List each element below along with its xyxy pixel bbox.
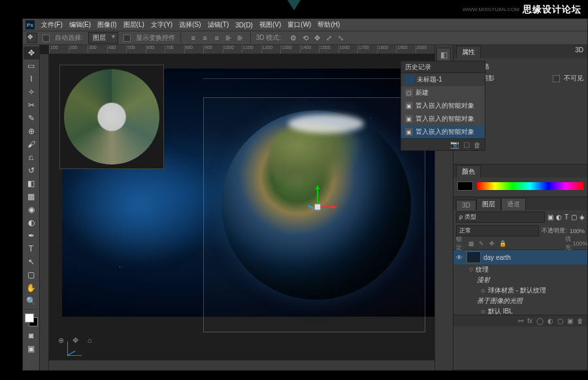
zoom-tool[interactable]: 🔍 (24, 294, 39, 308)
secondary-view[interactable] (59, 65, 164, 169)
heal-tool[interactable]: ⊕ (24, 125, 39, 138)
menu-filter[interactable]: 滤镜(T) (205, 20, 232, 30)
trash-icon[interactable]: 🗑 (577, 317, 583, 325)
show-transform-checkbox[interactable] (123, 35, 131, 42)
align-icon[interactable]: ⊪ (236, 33, 245, 42)
lock-trans-icon[interactable]: ▩ (466, 239, 476, 248)
menu-help[interactable]: 帮助(H) (315, 20, 342, 30)
ground-orbit-icon[interactable]: ⊕ (56, 335, 66, 345)
ground-home-icon[interactable]: ⌂ (84, 335, 95, 345)
scale-icon[interactable]: ⤡ (336, 33, 345, 42)
dodge-tool[interactable]: ◐ (24, 216, 39, 229)
brush-tool[interactable]: 🖌 (24, 138, 39, 151)
twirl-icon[interactable]: ▽ (469, 267, 473, 273)
visibility-icon[interactable]: 👁 (456, 254, 464, 261)
lock-pixel-icon[interactable]: ✎ (477, 239, 486, 248)
opacity-value[interactable]: 100% (570, 228, 585, 234)
filter-pixel-icon[interactable]: ▣ (547, 214, 553, 221)
color-swatches[interactable] (25, 313, 38, 326)
history-item[interactable]: ▢新建 (401, 86, 485, 99)
new-layer-icon[interactable]: ▣ (567, 317, 573, 325)
fg-color[interactable] (25, 313, 34, 323)
rotate-icon[interactable]: ⟲ (301, 33, 310, 42)
menu-type[interactable]: 文字(Y) (148, 20, 175, 30)
marquee-tool[interactable]: ▭ (24, 59, 39, 72)
menu-edit[interactable]: 编辑(E) (67, 20, 93, 30)
history-item[interactable]: ▣置入嵌入的智能对象 (401, 125, 485, 138)
current-tool-icon[interactable]: ✥ (27, 33, 37, 43)
layer-sub[interactable]: 漫射 (453, 275, 587, 285)
hand-tool[interactable]: ✋ (24, 281, 39, 294)
properties-tab[interactable]: 属性 (456, 46, 481, 58)
new-state-icon[interactable]: ▢ (463, 140, 470, 149)
layer-sub[interactable]: ⊙默认 IBL (453, 306, 587, 315)
layer-sub[interactable]: ▽纹理 (453, 264, 587, 275)
history-item[interactable]: ▣置入嵌入的智能对象 (401, 112, 485, 125)
link-layers-icon[interactable]: ⚯ (518, 317, 523, 325)
eyedropper-tool[interactable]: ✎ (24, 112, 39, 125)
slide-icon[interactable]: ⤢ (324, 33, 333, 42)
align-icon[interactable]: ⊪ (224, 33, 233, 42)
type-tool[interactable]: T (24, 242, 39, 255)
tab-layers[interactable]: 图层 (476, 198, 501, 210)
menu-select[interactable]: 选择(S) (176, 20, 203, 30)
camera-icon[interactable]: 📷 (450, 140, 459, 149)
trash-icon[interactable]: 🗑 (474, 141, 481, 149)
tab-channels[interactable]: 通道 (501, 198, 526, 210)
mask-icon[interactable]: ◯ (536, 317, 544, 325)
menu-image[interactable]: 图像(I) (95, 20, 119, 30)
menu-window[interactable]: 窗口(W) (285, 20, 314, 30)
menu-file[interactable]: 文件(F) (39, 20, 65, 30)
eraser-tool[interactable]: ◧ (24, 177, 39, 190)
history-doc-row[interactable]: 未标题-1 (401, 73, 485, 86)
dock-color-icon[interactable]: ◧ (436, 48, 451, 62)
filter-kind[interactable]: ρ 类型 (456, 212, 545, 223)
layer-name[interactable]: day earth (483, 254, 511, 261)
crop-tool[interactable]: ✂ (24, 99, 39, 112)
color-chip[interactable] (457, 182, 473, 191)
history-item[interactable]: ▣置入嵌入的智能对象 (401, 99, 485, 112)
align-icon[interactable]: ≡ (201, 33, 210, 42)
stamp-tool[interactable]: ⎌ (24, 151, 39, 164)
pen-tool[interactable]: ✒ (24, 229, 39, 242)
move-tool[interactable]: ✥ (24, 46, 39, 59)
align-icon[interactable]: ≡ (189, 33, 198, 42)
fill-value[interactable]: 100% (576, 239, 585, 248)
blur-tool[interactable]: ◉ (24, 203, 39, 216)
path-tool[interactable]: ↖ (24, 255, 39, 268)
layer-sub[interactable]: 基于图像的光照 (453, 296, 587, 306)
fx-icon[interactable]: fx (527, 317, 532, 325)
tab-3d[interactable]: 3D (456, 200, 476, 210)
screenmode-tool[interactable]: ▣ (24, 342, 39, 355)
filter-shape-icon[interactable]: ▢ (571, 214, 577, 221)
workspace-label[interactable]: 3D (575, 46, 583, 54)
filter-type-icon[interactable]: T (564, 214, 568, 221)
menu-layer[interactable]: 图层(L) (121, 20, 147, 30)
blend-mode-select[interactable]: 正常 (456, 225, 539, 236)
gradient-tool[interactable]: ▦ (24, 190, 39, 203)
group-icon[interactable]: ▢ (557, 317, 563, 325)
shape-tool[interactable]: ▢ (24, 268, 39, 281)
auto-select-checkbox[interactable] (42, 35, 50, 42)
lasso-tool[interactable]: ⌇ (24, 72, 39, 86)
layer-thumb[interactable] (466, 251, 481, 263)
lock-all-icon[interactable]: 🔒 (498, 239, 507, 248)
adjustment-icon[interactable]: ◐ (547, 317, 553, 325)
ruler-vertical[interactable] (40, 54, 49, 370)
hue-strip[interactable] (477, 182, 583, 190)
align-icon[interactable]: ≡ (212, 33, 221, 42)
invisible-checkbox[interactable] (553, 75, 560, 82)
filter-smart-icon[interactable]: ◈ (580, 214, 585, 221)
history-panel[interactable]: 历史记录 未标题-1 ▢新建 ▣置入嵌入的智能对象 ▣置入嵌入的智能对象 ▣置入… (400, 61, 485, 151)
wand-tool[interactable]: ✧ (24, 86, 39, 99)
history-brush-tool[interactable]: ↺ (24, 164, 39, 177)
gizmo-center[interactable] (314, 204, 321, 210)
layer-sub[interactable]: ⊙球体材质 - 默认纹理 (453, 285, 587, 296)
gizmo-y-axis[interactable] (317, 185, 318, 205)
lock-pos-icon[interactable]: ✥ (487, 239, 497, 248)
canvas-area[interactable]: 1002003004005006007008009001000110012001… (40, 45, 434, 370)
auto-select-dropdown[interactable]: 图层 (88, 32, 118, 44)
filter-adjust-icon[interactable]: ◐ (556, 214, 562, 221)
menu-3d[interactable]: 3D(D) (233, 21, 255, 29)
color-tab[interactable]: 颜色 (456, 165, 481, 178)
